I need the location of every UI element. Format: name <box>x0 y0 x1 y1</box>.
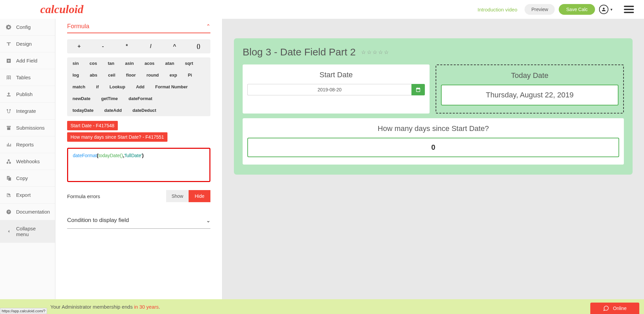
today-date-label: Today Date <box>441 71 618 80</box>
sidebar-item-reports[interactable]: Reports <box>0 136 55 153</box>
formula-section-title: Formula <box>67 23 89 30</box>
upload-icon <box>6 92 11 97</box>
star-icon: ☆ <box>378 49 383 55</box>
sidebar-item-label: Webhooks <box>16 159 40 164</box>
sidebar-item-label: Documentation <box>16 209 50 215</box>
fn-asin[interactable]: asin <box>120 57 139 69</box>
header-actions: Introduction video Preview Save Calc ▼ <box>478 4 637 15</box>
days-since-card[interactable]: How many days since Start Date? 0 <box>243 118 624 165</box>
star-icon: ☆ <box>373 49 377 55</box>
days-since-result: 0 <box>247 138 619 157</box>
condition-section-header[interactable]: Condition to display field ⌄ <box>67 212 210 229</box>
fn-dateadd[interactable]: dateAdd <box>99 104 127 116</box>
sidebar-item-submissions[interactable]: Submissions <box>0 120 55 136</box>
fn-floor[interactable]: floor <box>121 69 141 81</box>
calendar-button[interactable] <box>411 84 425 95</box>
fn-todaydate[interactable]: todayDate <box>67 104 99 116</box>
sidebar-item-label: Export <box>16 192 31 198</box>
op-minus[interactable]: - <box>91 39 115 53</box>
condition-section-title: Condition to display field <box>67 217 129 224</box>
gear-icon <box>6 25 11 30</box>
app-header: calculoid Introduction video Preview Sav… <box>0 0 644 19</box>
sidebar: Config Design Add Field Tables Publish I… <box>0 19 55 314</box>
fn-datededuct[interactable]: dateDeduct <box>127 104 162 116</box>
fn-add[interactable]: Add <box>131 81 150 93</box>
sidebar-item-label: Publish <box>16 91 33 97</box>
caret-down-icon: ▼ <box>610 8 613 11</box>
logo[interactable]: calculoid <box>40 3 83 16</box>
fn-newdate[interactable]: newDate <box>67 93 96 104</box>
sidebar-item-label: Copy <box>16 175 28 181</box>
sidebar-item-documentation[interactable]: ?Documentation <box>0 204 55 220</box>
fn-abs[interactable]: abs <box>85 69 103 81</box>
formula-section-header[interactable]: Formula ⌃ <box>67 19 210 33</box>
op-div[interactable]: / <box>139 39 163 53</box>
sidebar-item-label: Submissions <box>16 125 45 131</box>
fn-atan[interactable]: atan <box>160 57 180 69</box>
hide-errors-button[interactable]: Hide <box>189 190 210 202</box>
online-chat-button[interactable]: Online <box>590 303 639 314</box>
sidebar-item-label: Tables <box>16 75 31 80</box>
sidebar-item-design[interactable]: Design <box>0 36 55 52</box>
sidebar-item-config[interactable]: Config <box>0 19 55 36</box>
sidebar-item-label: Design <box>16 41 32 47</box>
design-icon <box>6 41 11 47</box>
fn-sin[interactable]: sin <box>67 57 84 69</box>
sidebar-item-integrate[interactable]: Integrate <box>0 103 55 120</box>
star-icon: ☆ <box>384 49 389 55</box>
fn-round[interactable]: round <box>141 69 164 81</box>
field-ref-startdate[interactable]: Start Date - F417548 <box>67 121 118 130</box>
start-date-card[interactable]: Start Date <box>243 64 430 114</box>
chat-icon <box>603 305 609 311</box>
question-icon: ? <box>6 209 11 215</box>
sidebar-item-copy[interactable]: Copy <box>0 170 55 187</box>
rating-stars[interactable]: ☆ ☆ ☆ ☆ ☆ <box>361 49 389 55</box>
today-date-card-selected[interactable]: Today Date Thursday, August 22, 2019 <box>436 64 624 114</box>
op-paren[interactable]: () <box>187 39 210 53</box>
formula-input[interactable]: dateFormat(todayDate(),'fullDate') <box>67 148 210 182</box>
sidebar-item-publish[interactable]: Publish <box>0 86 55 103</box>
fn-acos[interactable]: acos <box>139 57 160 69</box>
online-chat-label: Online <box>613 306 627 311</box>
save-calc-button[interactable]: Save Calc <box>559 4 595 15</box>
formula-token: todayDate() <box>98 153 123 158</box>
fn-dateformat[interactable]: dateFormat <box>123 93 158 104</box>
sidebar-item-export[interactable]: Export <box>0 187 55 204</box>
fn-exp[interactable]: exp <box>164 69 182 81</box>
fn-sqrt[interactable]: sqrt <box>180 57 199 69</box>
fn-cos[interactable]: cos <box>84 57 102 69</box>
fn-ceil[interactable]: ceil <box>103 69 121 81</box>
start-date-input[interactable] <box>247 84 411 95</box>
fn-tan[interactable]: tan <box>102 57 120 69</box>
op-plus[interactable]: + <box>67 39 91 53</box>
sidebar-item-webhooks[interactable]: Webhooks <box>0 153 55 170</box>
fn-if[interactable]: if <box>91 81 104 93</box>
fn-match[interactable]: match <box>67 81 91 93</box>
show-errors-button[interactable]: Show <box>166 190 189 202</box>
op-mult[interactable]: * <box>115 39 139 53</box>
field-ref-dayssince[interactable]: How many days since Start Date? - F41755… <box>67 132 167 142</box>
sidebar-item-tables[interactable]: Tables <box>0 69 55 86</box>
preview-button[interactable]: Preview <box>525 4 555 15</box>
fn-log[interactable]: log <box>67 69 85 81</box>
user-menu[interactable]: ▼ <box>599 5 613 14</box>
operator-row: + - * / ^ () <box>67 39 210 53</box>
hamburger-menu[interactable] <box>624 6 634 13</box>
url-hint: https://app.calculoid.com/? <box>0 308 47 314</box>
fn-formatnumber[interactable]: Format Number <box>150 81 193 93</box>
footer-bar: Your Administrator membership ends in 30… <box>0 299 644 314</box>
op-pow[interactable]: ^ <box>163 39 187 53</box>
calendar-icon <box>415 87 421 92</box>
sidebar-item-collapse[interactable]: Collapse menu <box>0 220 55 243</box>
preview-canvas: Blog 3 - Date Field Part 2 ☆ ☆ ☆ ☆ ☆ Sta… <box>222 19 644 299</box>
errors-toggle: Show Hide <box>166 190 210 202</box>
chevron-left-icon <box>6 229 11 234</box>
fn-gettime[interactable]: getTime <box>96 93 123 104</box>
chevron-down-icon: ⌄ <box>206 217 210 224</box>
sidebar-item-add-field[interactable]: Add Field <box>0 52 55 69</box>
fn-lookup[interactable]: Lookup <box>104 81 131 93</box>
fn-pi[interactable]: Pi <box>183 69 197 81</box>
plus-icon <box>6 58 11 63</box>
sidebar-item-label: Integrate <box>16 108 36 114</box>
intro-video-link[interactable]: Introduction video <box>478 7 517 12</box>
